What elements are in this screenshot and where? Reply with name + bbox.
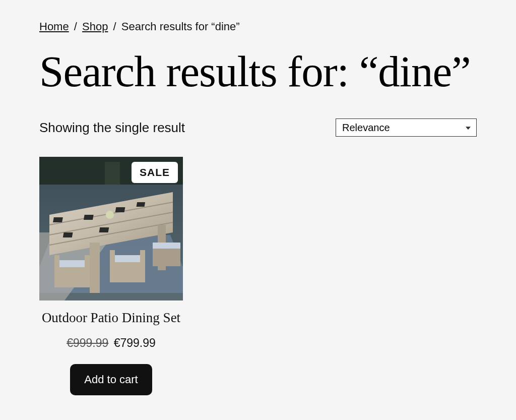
breadcrumb-separator: / (113, 20, 116, 33)
svg-point-15 (106, 211, 114, 219)
svg-rect-17 (54, 267, 90, 287)
svg-rect-27 (105, 162, 120, 185)
breadcrumb-current: Search results for “dine” (121, 20, 240, 33)
svg-rect-24 (153, 243, 180, 249)
sale-price: €799.99 (114, 336, 156, 349)
breadcrumb: Home / Shop / Search results for “dine” (39, 20, 477, 33)
product-title[interactable]: Outdoor Patio Dining Set (39, 310, 183, 326)
svg-rect-7 (90, 243, 100, 293)
svg-rect-10 (84, 215, 94, 220)
product-image-link[interactable]: SALE (39, 157, 183, 301)
breadcrumb-separator: / (74, 20, 77, 33)
svg-rect-14 (99, 227, 109, 232)
add-to-cart-button[interactable]: Add to cart (70, 364, 152, 395)
svg-rect-19 (85, 255, 90, 287)
breadcrumb-home-link[interactable]: Home (39, 20, 69, 33)
results-toolbar: Showing the single result Relevance (39, 118, 477, 137)
page-title: Search results for: “dine” (39, 48, 477, 94)
original-price: €999.99 (67, 336, 108, 349)
svg-rect-25 (153, 249, 180, 266)
svg-rect-9 (53, 217, 63, 222)
svg-rect-20 (110, 255, 145, 262)
svg-rect-11 (115, 207, 125, 212)
product-card: SALE Outdoor Patio Dining Set €999.99 €7… (39, 157, 183, 395)
sort-select-wrap: Relevance (336, 118, 477, 137)
svg-rect-12 (137, 202, 146, 207)
sort-select[interactable]: Relevance (336, 118, 477, 137)
svg-rect-13 (63, 232, 73, 237)
sale-badge: SALE (132, 162, 178, 183)
breadcrumb-shop-link[interactable]: Shop (82, 20, 108, 33)
svg-rect-16 (54, 260, 90, 267)
svg-rect-21 (110, 262, 145, 282)
svg-rect-23 (140, 250, 145, 282)
product-price: €999.99 €799.99 (39, 336, 183, 350)
result-count: Showing the single result (39, 120, 185, 136)
svg-rect-22 (110, 250, 115, 282)
svg-rect-18 (54, 255, 59, 287)
